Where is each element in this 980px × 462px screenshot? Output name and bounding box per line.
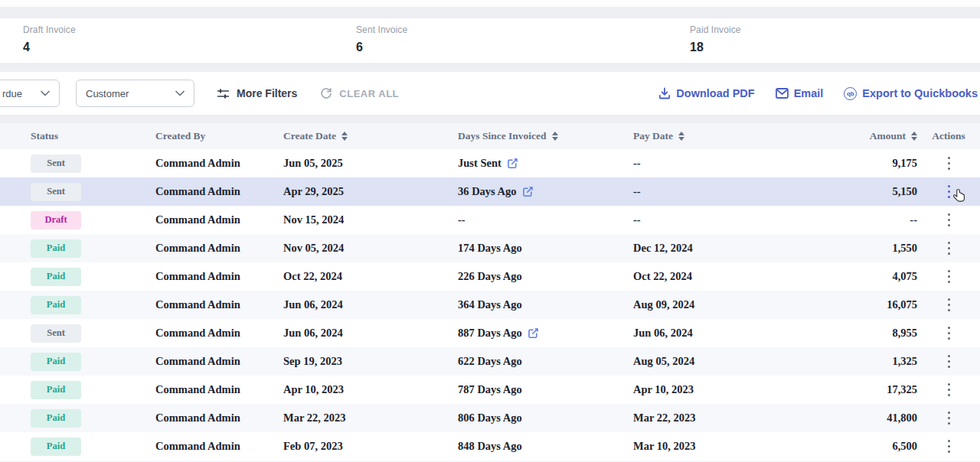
kebab-menu-icon[interactable] [943,210,955,229]
kebab-menu-icon[interactable] [943,267,955,286]
days-since-invoiced-cell: 174 Days Ago [458,242,633,255]
clear-all-label: CLEAR ALL [339,88,399,99]
column-header-days-since-invoiced[interactable]: Days Since Invoiced [458,130,633,142]
sort-arrows-icon[interactable] [678,132,684,141]
kebab-menu-icon[interactable] [943,239,955,258]
export-quickbooks-button[interactable]: qb Export to Quickbooks [844,87,978,100]
divider-band [0,115,980,123]
create-date-cell: Apr 10, 2023 [283,383,458,396]
clear-all-button[interactable]: CLEAR ALL [320,87,399,99]
amount-cell: 17,325 [818,383,917,396]
column-label: Create Date [283,130,336,142]
sort-arrows-icon[interactable] [552,132,558,141]
amount-cell: 1,325 [818,355,917,368]
table-row[interactable]: PaidCommand AdminSep 19, 2023622 Days Ag… [0,347,980,376]
row-actions [917,324,980,343]
table-header-row: StatusCreated ByCreate DateDays Since In… [0,123,980,149]
days-since-invoiced-cell: 226 Days Ago [458,270,633,283]
created-by-cell: Command Admin [155,440,283,453]
sort-arrows-icon[interactable] [911,132,917,141]
table-row[interactable]: PaidCommand AdminMar 22, 2023806 Days Ag… [0,404,980,432]
quickbooks-circle-icon: qb [844,87,857,100]
amount-cell: 4,075 [818,270,917,283]
created-by-cell: Command Admin [155,270,283,283]
days-since-text: 806 Days Ago [458,412,522,425]
kebab-menu-icon[interactable] [943,408,955,428]
download-pdf-button[interactable]: Download PDF [658,87,754,99]
kebab-menu-icon[interactable] [943,380,955,399]
envelope-icon [776,88,789,99]
days-since-text: 848 Days Ago [458,440,522,453]
days-since-text: 364 Days Ago [458,298,522,311]
table-row[interactable]: SentCommand AdminApr 29, 202536 Days Ago… [0,177,980,206]
table-row[interactable]: DraftCommand AdminNov 15, 2024------ [0,206,980,234]
stat-sent-invoice: Sent Invoice 6 [356,24,407,54]
created-by-cell: Command Admin [155,355,283,368]
column-header-pay-date[interactable]: Pay Date [633,130,818,142]
status-filter-dropdown[interactable]: rdue [0,80,60,107]
status-badge: Paid [31,438,81,456]
table-row[interactable]: PaidCommand AdminOct 22, 2024226 Days Ag… [0,262,980,291]
table-row[interactable]: PaidCommand AdminFeb 07, 2023848 Days Ag… [0,432,980,460]
pay-date-cell: Dec 12, 2024 [633,242,818,255]
table-row[interactable]: SentCommand AdminJun 06, 2024887 Days Ag… [0,319,980,347]
kebab-menu-icon[interactable] [943,154,955,173]
days-since-invoiced-cell: 622 Days Ago [458,355,633,368]
table-row[interactable]: SentCommand AdminJun 05, 2025Just Sent--… [0,149,980,177]
create-date-cell: Mar 22, 2023 [283,412,458,425]
table-row[interactable]: PaidCommand AdminNov 05, 2024174 Days Ag… [0,234,980,262]
created-by-cell: Command Admin [155,412,283,425]
days-since-invoiced-cell: 787 Days Ago [458,383,633,396]
edit-icon[interactable] [507,158,518,169]
days-since-invoiced-cell: 364 Days Ago [458,298,633,311]
more-filters-button[interactable]: More Filters [217,87,297,99]
column-label: Amount [870,130,906,142]
pay-date-cell: -- [633,185,818,198]
pay-date-cell: -- [633,157,818,170]
sliders-icon [217,88,230,99]
kebab-menu-icon[interactable] [943,295,955,314]
top-spacer [0,0,980,7]
table-row[interactable]: PaidCommand AdminJun 06, 2024364 Days Ag… [0,291,980,319]
amount-cell: 41,800 [818,412,917,425]
column-header-created-by: Created By [155,130,283,142]
row-actions [917,239,980,258]
days-since-text: -- [458,213,466,226]
create-date-cell: Jun 05, 2025 [283,157,458,170]
created-by-cell: Command Admin [155,185,283,198]
create-date-cell: Nov 15, 2024 [283,213,458,226]
download-icon [658,87,671,99]
amount-cell: 9,175 [818,157,917,170]
pay-date-cell: Apr 10, 2023 [633,383,818,396]
pay-date-cell: Aug 09, 2024 [633,298,818,311]
export-quickbooks-label: Export to Quickbooks [862,87,978,99]
created-by-cell: Command Admin [155,157,283,170]
table-row[interactable]: PaidCommand AdminApr 10, 2023787 Days Ag… [0,376,980,404]
column-header-create-date[interactable]: Create Date [283,130,458,142]
sort-arrows-icon[interactable] [341,132,348,141]
days-since-invoiced-cell: 806 Days Ago [458,412,633,425]
status-badge: Sent [31,183,81,201]
column-header-amount[interactable]: Amount [818,130,917,142]
email-button[interactable]: Email [776,87,824,99]
create-date-cell: Jun 06, 2024 [283,327,458,340]
edit-icon[interactable] [528,327,539,339]
edit-icon[interactable] [522,186,534,197]
stat-label: Sent Invoice [356,24,407,35]
column-label: Created By [155,130,205,142]
kebab-menu-icon[interactable] [943,182,955,201]
customer-filter-dropdown[interactable]: Customer [76,80,194,107]
created-by-cell: Command Admin [155,383,283,396]
kebab-menu-icon[interactable] [943,437,955,456]
days-since-text: 622 Days Ago [458,355,522,368]
days-since-text: Just Sent [458,157,501,170]
status-badge: Sent [31,155,81,173]
pay-date-cell: -- [633,213,818,226]
column-header-actions: Actions [917,130,980,142]
status-badge: Paid [31,296,81,314]
status-filter-value: rdue [2,88,22,99]
kebab-menu-icon[interactable] [943,324,955,343]
kebab-menu-icon[interactable] [943,352,955,371]
create-date-cell: Sep 19, 2023 [283,355,458,368]
pay-date-cell: Jun 06, 2024 [633,327,818,340]
